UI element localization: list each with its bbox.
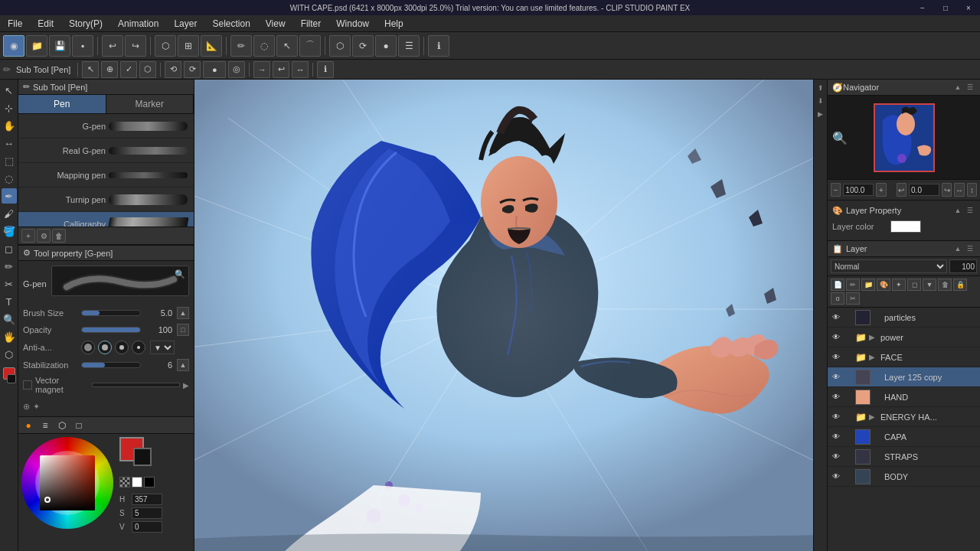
layer-eye-straps[interactable]: 👁 <box>831 452 841 462</box>
stabilize-icon1[interactable]: ⊕ <box>23 402 30 412</box>
nav-zoom-input[interactable] <box>843 184 874 196</box>
toolbar-circle-button[interactable]: ● <box>375 35 397 57</box>
color-wheel-container[interactable] <box>21 437 113 529</box>
stb-btn6[interactable]: ⟳ <box>184 61 201 78</box>
toolbar-redo-button[interactable]: ↪ <box>125 35 146 57</box>
tool-eraser[interactable]: ✏ <box>2 259 17 274</box>
layer-lock-body[interactable] <box>844 472 853 481</box>
nav-flip-v[interactable]: ↕ <box>967 183 977 197</box>
minimize-button[interactable]: − <box>911 0 934 15</box>
layer-body[interactable]: 👁 BODY <box>828 467 980 487</box>
layers-header-btn1[interactable]: ▲ <box>952 243 963 254</box>
toolbar-ruler-button[interactable]: 📐 <box>201 35 222 57</box>
layer-color-swatch[interactable] <box>890 220 921 233</box>
layer-eye-face[interactable]: 👁 <box>831 352 841 363</box>
toolbar-new-button[interactable]: 📁 <box>26 35 47 57</box>
black-swatch[interactable] <box>144 477 155 487</box>
tool-fill[interactable]: 🪣 <box>2 223 17 239</box>
color-slider-tab[interactable]: ≡ <box>38 419 52 432</box>
nav-zoom-in[interactable]: + <box>876 183 886 197</box>
toolbar-view-button[interactable]: ⬡ <box>329 35 351 57</box>
tool-subselect[interactable]: ⊹ <box>2 100 17 116</box>
tool-action-add[interactable]: + <box>21 229 35 243</box>
stb-btn8[interactable]: ◎ <box>228 61 245 78</box>
toolbar-rotate-button[interactable]: ⟳ <box>352 35 374 57</box>
lt-delete[interactable]: 🗑 <box>938 279 952 291</box>
aa-strong[interactable] <box>132 341 145 354</box>
color-palette-tab[interactable]: ⬡ <box>55 419 69 432</box>
toolbar-save-button[interactable]: 💾 <box>49 35 70 57</box>
layer-face[interactable]: 👁 📁 ▶ FACE <box>828 347 980 367</box>
stabilization-increment[interactable]: ▲ <box>177 359 189 371</box>
toolbar-info-button[interactable]: ℹ <box>428 35 449 57</box>
nav-header-btn1[interactable]: ▲ <box>952 82 963 93</box>
lt-new-fill[interactable]: 🎨 <box>877 279 890 291</box>
stb-rotate[interactable]: ↩ <box>273 61 289 78</box>
opacity-slider[interactable] <box>81 327 141 333</box>
stb-zoom[interactable]: → <box>253 61 270 78</box>
toolbar-grid-button[interactable]: ⊞ <box>178 35 199 57</box>
lt-alpha[interactable]: α <box>831 292 844 305</box>
aa-dropdown[interactable]: ▼ <box>150 341 175 354</box>
tool-shape[interactable]: ⬡ <box>2 347 17 362</box>
stb-btn7[interactable]: ● <box>203 61 226 78</box>
layer-eye-particles[interactable]: 👁 <box>831 312 841 323</box>
tool-hand[interactable]: 🖐 <box>2 329 17 344</box>
val-input[interactable] <box>132 521 162 533</box>
bg-color-swatch[interactable] <box>133 448 152 466</box>
tool-crop[interactable]: ✂ <box>2 276 17 292</box>
aa-weak[interactable] <box>98 341 112 354</box>
brush-size-increment[interactable]: ▲ <box>177 307 189 319</box>
layer-125-copy[interactable]: 👁 Layer 125 copy <box>828 367 980 387</box>
lt-new-vector[interactable]: ✏ <box>846 279 860 291</box>
stb-btn2[interactable]: ⊕ <box>101 61 118 78</box>
layer-energy-ha[interactable]: 👁 📁 ▶ ENERGY HA... <box>828 407 980 427</box>
blend-mode-select[interactable]: Normal Multiply Screen <box>831 259 947 273</box>
menu-layer[interactable]: Layer <box>166 15 204 32</box>
lt-new-folder[interactable]: 📁 <box>861 279 875 291</box>
brush-g-pen[interactable]: G-pen <box>18 114 194 139</box>
tool-zoom[interactable]: 🔍 <box>2 311 17 327</box>
layer-eye-capa[interactable]: 👁 <box>831 432 841 442</box>
transparent-swatch[interactable] <box>119 477 130 487</box>
brush-calligraphy[interactable]: Calligraphy <box>18 212 194 227</box>
menu-filter[interactable]: Filter <box>293 15 329 32</box>
tool-action-settings[interactable]: ⚙ <box>37 229 51 243</box>
nav-thumbnail[interactable] <box>874 103 935 172</box>
opacity-lock[interactable]: □ <box>177 324 189 336</box>
toolbar-menu-button[interactable]: ☰ <box>398 35 420 57</box>
lt-lock[interactable]: 🔒 <box>953 279 967 291</box>
lt-new-effect[interactable]: ✦ <box>892 279 906 291</box>
lt-mask[interactable]: ◻ <box>907 279 921 291</box>
lt-clip[interactable]: ✂ <box>846 292 860 305</box>
layer-eye-125-copy[interactable]: 👁 <box>831 372 841 383</box>
tool-rect-select[interactable]: ⬚ <box>2 153 17 168</box>
tool-move[interactable]: ✋ <box>2 118 17 133</box>
tool-pen[interactable]: ✒ <box>2 188 17 204</box>
menu-edit[interactable]: Edit <box>30 15 61 32</box>
lp-header-btn1[interactable]: ▲ <box>952 205 963 216</box>
layer-lock-power[interactable] <box>844 333 853 342</box>
layer-lock-energy[interactable] <box>844 412 853 422</box>
hue-input[interactable] <box>132 494 162 505</box>
nav-search-icon[interactable]: 🔍 <box>832 130 848 145</box>
layer-lock-hand[interactable] <box>844 393 853 402</box>
layer-lock-face[interactable] <box>844 353 853 362</box>
white-swatch[interactable] <box>132 477 142 487</box>
tool-select[interactable]: ↖ <box>2 83 17 98</box>
stb-flip[interactable]: ↔ <box>292 61 309 78</box>
stb-btn1[interactable]: ↖ <box>82 61 99 78</box>
color-wheel-tab[interactable]: ● <box>21 419 35 432</box>
nav-rotate-cw[interactable]: ↪ <box>942 183 952 197</box>
layer-eye-power[interactable]: 👁 <box>831 332 841 343</box>
menu-file[interactable]: File <box>0 15 30 32</box>
layer-capa[interactable]: 👁 CAPA <box>828 427 980 447</box>
nav-zoom-out[interactable]: − <box>831 183 841 197</box>
tab-marker[interactable]: Marker <box>106 95 194 113</box>
stabilize-icon2[interactable]: ✦ <box>33 402 40 412</box>
layer-expand-face[interactable]: ▶ <box>869 353 878 361</box>
brush-preview-search[interactable]: 🔍 <box>175 269 185 279</box>
stabilization-slider[interactable] <box>81 362 141 368</box>
tool-action-delete[interactable]: 🗑 <box>52 229 66 243</box>
layers-header-btn2[interactable]: ☰ <box>965 243 975 254</box>
